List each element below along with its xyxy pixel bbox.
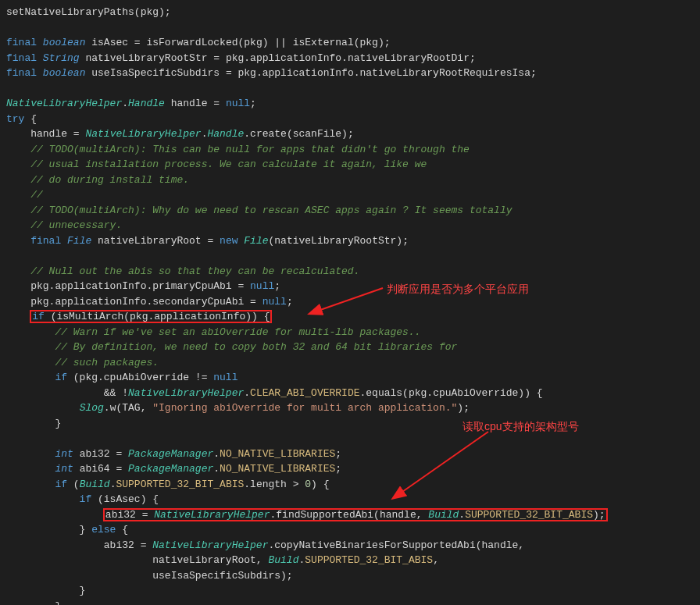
code-line: int abi64 = PackageManager.NO_NATIVE_LIB… [6,461,694,477]
code-line: } else { [6,522,694,538]
code-line: setNativeLibraryPaths(pkg); [6,5,694,20]
code-line: final boolean isAsec = isForwardLocked(p… [6,35,694,51]
code-line: if (Build.SUPPORTED_32_BIT_ABIS.length >… [6,477,694,493]
code-line: } [6,599,694,606]
code-editor[interactable]: setNativeLibraryPaths(pkg); final boolea… [6,5,694,605]
code-line: Slog.w(TAG, "Ignoring abiOverride for mu… [6,400,694,416]
code-line: } [6,416,694,432]
code-line: if (isAsec) { [6,492,694,507]
code-line: final boolean useIsaSpecificSubdirs = pk… [6,66,694,81]
code-line: } [6,583,694,599]
code-line: // unnecessary. [6,218,694,233]
code-line: && !NativeLibraryHelper.CLEAR_ABI_OVERRI… [6,386,694,401]
code-line: // Null out the abis so that they can be… [6,264,694,279]
code-line: final File nativeLibraryRoot = new File(… [6,233,694,249]
highlight-box-findabi: abi32 = NativeLibraryHelper.findSupporte… [104,509,607,521]
code-line: // such packages. [6,355,694,371]
code-line: if (pkg.cpuAbiOverride != null [6,370,694,386]
code-line: // TODO(multiArch): Why do we need to re… [6,203,694,219]
code-line: // [6,187,694,203]
code-line: pkg.applicationInfo.secondaryCpuAbi = nu… [6,294,694,310]
code-line: final String nativeLibraryRootStr = pkg.… [6,51,694,66]
code-line: // do during install time. [6,173,694,188]
code-line: nativeLibraryRoot, Build.SUPPORTED_32_BI… [6,553,694,568]
code-line: abi32 = NativeLibraryHelper.findSupporte… [6,507,694,523]
code-line: if (isMultiArch(pkg.applicationInfo)) { [6,309,694,325]
highlight-box-multiarch: if (isMultiArch(pkg.applicationInfo)) { [30,311,271,322]
code-line: // usual installation process. We can ca… [6,157,694,173]
code-line: int abi32 = PackageManager.NO_NATIVE_LIB… [6,447,694,462]
code-line: abi32 = NativeLibraryHelper.copyNativeBi… [6,538,694,553]
code-line: pkg.applicationInfo.primaryCpuAbi = null… [6,279,694,294]
code-line: NativeLibraryHelper.Handle handle = null… [6,96,694,112]
code-line: useIsaSpecificSubdirs); [6,568,694,584]
code-line: // TODO(multiArch): This can be null for… [6,142,694,158]
code-line: handle = NativeLibraryHelper.Handle.crea… [6,126,694,142]
code-line: // Warn if we've set an abiOverride for … [6,325,694,340]
code-line: try { [6,112,694,127]
code-line: // By definition, we need to copy both 3… [6,340,694,355]
